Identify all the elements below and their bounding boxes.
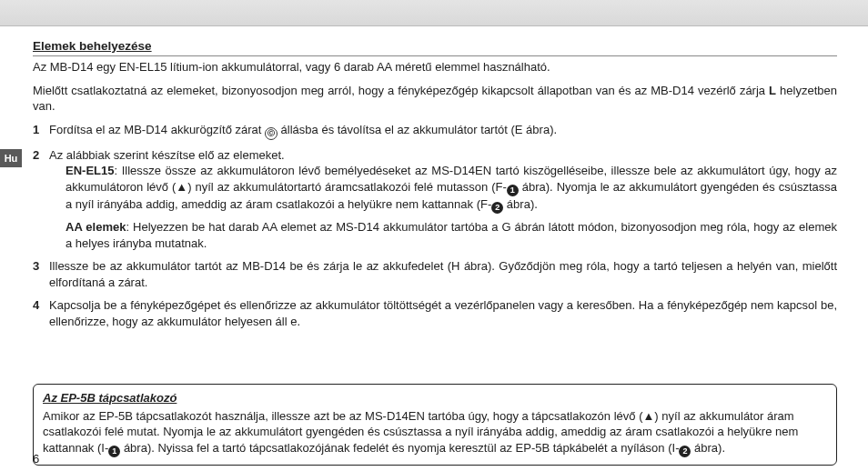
triangle-up-icon: ▲ xyxy=(176,179,187,195)
step2-text: Az alábbiak szerint készítse elő az elem… xyxy=(49,148,285,162)
circled-2-icon: 2 xyxy=(491,202,503,214)
aa-label: AA elemek xyxy=(66,220,126,234)
step-1: Fordítsa el az MB-D14 akkurögzítő zárat … xyxy=(33,122,837,140)
callout-c: ábra). Nyissa fel a tartó tápcsatlakozój… xyxy=(120,441,679,455)
ep-5b-callout: Az EP-5B tápcsatlakozó Amikor az EP-5B t… xyxy=(33,384,837,466)
callout-d: ábra). xyxy=(691,441,725,455)
page-number: 6 xyxy=(33,451,39,467)
aa-sub: AA elemek: Helyezzen be hat darab AA ele… xyxy=(49,219,837,251)
callout-a: Amikor az EP-5B tápcsatlakozót használja… xyxy=(43,409,642,423)
step-3: Illessze be az akkumulátor tartót az MB-… xyxy=(33,258,837,290)
step1-text-b: állásba és távolítsa el az akkumulátor t… xyxy=(278,123,557,136)
intro-paragraph: Az MB-D14 egy EN-EL15 lítium-ion akkumul… xyxy=(33,59,837,75)
document-page: Elemek behelyezése Az MB-D14 egy EN-EL15… xyxy=(33,38,837,466)
step-2: Az alábbiak szerint készítse elő az elem… xyxy=(33,147,837,251)
precheck-text-a: Mielőtt csatlakoztatná az elemeket, bizo… xyxy=(33,84,769,97)
en-el15-label: EN-EL15 xyxy=(66,164,114,177)
window-top-bar xyxy=(0,0,868,26)
triangle-up-icon: ▲ xyxy=(642,408,654,425)
circled-2-icon: 2 xyxy=(679,446,691,457)
en-el15-sub: EN-EL15: Illessze össze az akkumulátoron… xyxy=(49,163,837,214)
aa-text: : Helyezzen be hat darab AA elemet az MS… xyxy=(66,220,837,250)
circled-1-icon: 1 xyxy=(108,446,120,457)
unlock-icon: Ⓒ xyxy=(265,127,278,140)
language-tab: Hu xyxy=(0,149,22,167)
callout-body: Amikor az EP-5B tápcsatlakozót használja… xyxy=(43,408,827,457)
steps-list: Fordítsa el az MB-D14 akkurögzítő zárat … xyxy=(33,122,837,329)
section-title: Elemek behelyezése xyxy=(33,38,837,56)
enel-d: ábra). xyxy=(503,197,538,211)
circled-1-icon: 1 xyxy=(507,185,519,196)
precheck-paragraph: Mielőtt csatlakoztatná az elemeket, bizo… xyxy=(33,83,837,115)
lock-position-l: L xyxy=(769,84,776,97)
step-4: Kapcsolja be a fényképezőgépet és ellenő… xyxy=(33,297,837,329)
enel-b: ) nyíl az akkumulátortartó áramcsatlakoz… xyxy=(187,180,507,194)
step1-text-a: Fordítsa el az MB-D14 akkurögzítő zárat xyxy=(49,123,265,136)
callout-title: Az EP-5B tápcsatlakozó xyxy=(43,390,827,406)
